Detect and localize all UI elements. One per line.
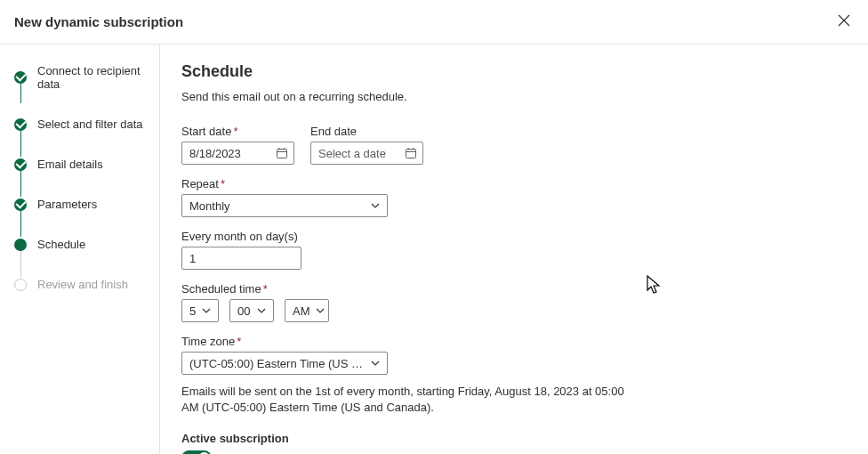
timezone-select[interactable]: (UTC-05:00) Eastern Time (US and Canada) xyxy=(181,352,388,375)
check-icon xyxy=(14,158,27,171)
svg-rect-4 xyxy=(406,150,416,158)
main-panel: Schedule Send this email out on a recurr… xyxy=(160,45,868,454)
calendar-icon xyxy=(405,147,417,159)
chevron-down-icon xyxy=(257,308,266,313)
repeat-value: Monthly xyxy=(189,199,230,213)
step-parameters[interactable]: Parameters xyxy=(0,194,159,215)
calendar-icon xyxy=(276,147,288,159)
chevron-down-icon xyxy=(371,361,380,366)
repeat-label: Repeat* xyxy=(181,177,847,191)
end-date-input[interactable] xyxy=(310,142,423,165)
current-step-icon xyxy=(14,239,27,251)
svg-rect-0 xyxy=(277,150,287,158)
days-label: Every month on day(s) xyxy=(181,230,847,243)
start-date-field[interactable] xyxy=(188,146,272,161)
start-date-label: Start date* xyxy=(181,125,294,138)
step-review-finish[interactable]: Review and finish xyxy=(0,274,159,295)
step-label: Email details xyxy=(37,158,103,171)
repeat-select[interactable]: Monthly xyxy=(181,194,388,217)
hour-value: 5 xyxy=(189,304,196,318)
chevron-down-icon xyxy=(371,203,380,208)
days-input[interactable] xyxy=(181,247,301,270)
step-label: Schedule xyxy=(37,238,85,251)
close-button[interactable] xyxy=(834,11,854,33)
step-label: Connect to recipient data xyxy=(37,64,159,91)
wizard-steps: Connect to recipient data Select and fil… xyxy=(0,45,160,454)
dialog-title: New dynamic subscription xyxy=(14,14,183,29)
page-description: Send this email out on a recurring sched… xyxy=(181,90,847,103)
scheduled-time-label: Scheduled time* xyxy=(181,282,847,296)
check-icon xyxy=(14,199,27,211)
start-date-input[interactable] xyxy=(181,142,294,165)
timezone-label: Time zone* xyxy=(181,335,847,348)
minute-select[interactable]: 00 xyxy=(229,299,274,322)
step-label: Review and finish xyxy=(37,278,128,291)
hour-select[interactable]: 5 xyxy=(181,299,219,322)
check-icon xyxy=(14,71,27,84)
step-connect-recipient[interactable]: Connect to recipient data xyxy=(0,61,159,94)
active-subscription-toggle[interactable] xyxy=(181,450,212,454)
end-date-label: End date xyxy=(310,125,423,138)
active-subscription-label: Active subscription xyxy=(181,432,847,445)
close-icon xyxy=(838,14,850,27)
chevron-down-icon xyxy=(202,308,211,313)
timezone-value: (UTC-05:00) Eastern Time (US and Canada) xyxy=(189,357,366,370)
days-field[interactable] xyxy=(188,251,295,266)
step-label: Parameters xyxy=(37,198,97,211)
dialog-header: New dynamic subscription xyxy=(0,0,868,45)
page-title: Schedule xyxy=(181,62,847,81)
step-select-filter[interactable]: Select and filter data xyxy=(0,114,159,134)
future-step-icon xyxy=(14,279,27,291)
ampm-select[interactable]: AM xyxy=(285,299,329,322)
step-email-details[interactable]: Email details xyxy=(0,154,159,174)
check-icon xyxy=(14,118,27,131)
step-label: Select and filter data xyxy=(37,118,143,131)
minute-value: 00 xyxy=(237,304,250,318)
end-date-field[interactable] xyxy=(317,146,401,161)
step-schedule[interactable]: Schedule xyxy=(0,234,159,255)
schedule-summary: Emails will be sent on the 1st of every … xyxy=(181,384,644,416)
ampm-value: AM xyxy=(293,304,310,318)
chevron-down-icon xyxy=(316,308,325,313)
